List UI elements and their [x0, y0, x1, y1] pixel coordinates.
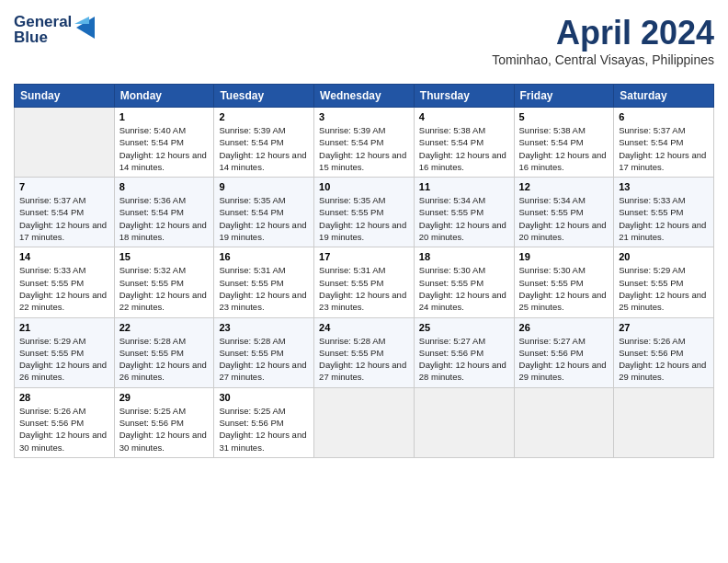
calendar-cell: 2Sunrise: 5:39 AMSunset: 5:54 PMDaylight… [214, 108, 314, 178]
day-number: 30 [219, 392, 309, 403]
day-info: Sunrise: 5:26 AMSunset: 5:56 PMDaylight:… [19, 405, 109, 454]
calendar-week-row: 14Sunrise: 5:33 AMSunset: 5:55 PMDayligh… [15, 247, 714, 317]
day-info: Sunrise: 5:27 AMSunset: 5:56 PMDaylight:… [519, 335, 609, 384]
day-info: Sunrise: 5:34 AMSunset: 5:55 PMDaylight:… [419, 194, 509, 243]
day-info: Sunrise: 5:40 AMSunset: 5:54 PMDaylight:… [119, 124, 210, 173]
calendar-cell: 30Sunrise: 5:25 AMSunset: 5:56 PMDayligh… [214, 387, 314, 457]
day-info: Sunrise: 5:35 AMSunset: 5:54 PMDaylight:… [219, 194, 309, 243]
day-number: 4 [419, 111, 509, 122]
calendar-cell [514, 387, 614, 457]
day-number: 9 [219, 181, 309, 192]
calendar-cell: 28Sunrise: 5:26 AMSunset: 5:56 PMDayligh… [15, 387, 115, 457]
title-block: April 2024 Tominhao, Central Visayas, Ph… [492, 14, 714, 67]
calendar-cell: 6Sunrise: 5:37 AMSunset: 5:54 PMDaylight… [614, 108, 714, 178]
weekday-header: Thursday [414, 85, 514, 108]
day-number: 26 [519, 322, 609, 333]
day-number: 17 [319, 251, 409, 262]
calendar-cell: 13Sunrise: 5:33 AMSunset: 5:55 PMDayligh… [614, 178, 714, 247]
day-number: 5 [519, 111, 609, 122]
day-info: Sunrise: 5:34 AMSunset: 5:55 PMDaylight:… [519, 194, 609, 243]
month-title: April 2024 [492, 14, 714, 52]
calendar-cell: 19Sunrise: 5:30 AMSunset: 5:55 PMDayligh… [514, 247, 614, 317]
day-number: 21 [19, 322, 109, 333]
day-info: Sunrise: 5:37 AMSunset: 5:54 PMDaylight:… [619, 124, 709, 173]
page-header: General Blue April 2024 Tominhao, Centra… [14, 14, 714, 75]
calendar-cell: 21Sunrise: 5:29 AMSunset: 5:55 PMDayligh… [15, 317, 115, 387]
day-info: Sunrise: 5:31 AMSunset: 5:55 PMDaylight:… [319, 264, 409, 313]
weekday-header-row: SundayMondayTuesdayWednesdayThursdayFrid… [15, 85, 714, 108]
calendar-week-row: 7Sunrise: 5:37 AMSunset: 5:54 PMDaylight… [15, 178, 714, 247]
calendar-cell: 1Sunrise: 5:40 AMSunset: 5:54 PMDaylight… [114, 108, 214, 178]
day-number: 19 [519, 251, 609, 262]
day-number: 28 [19, 392, 109, 403]
day-info: Sunrise: 5:37 AMSunset: 5:54 PMDaylight:… [19, 194, 109, 243]
logo-arrow [74, 15, 95, 44]
weekday-header: Saturday [614, 85, 714, 108]
day-number: 12 [519, 181, 609, 192]
day-info: Sunrise: 5:31 AMSunset: 5:55 PMDaylight:… [219, 264, 309, 313]
day-number: 15 [119, 251, 210, 262]
logo-general: General [14, 14, 72, 29]
calendar-cell: 29Sunrise: 5:25 AMSunset: 5:56 PMDayligh… [114, 387, 214, 457]
logo-blue: Blue [14, 29, 72, 45]
day-number: 24 [319, 322, 409, 333]
calendar-cell [314, 387, 415, 457]
day-info: Sunrise: 5:39 AMSunset: 5:54 PMDaylight:… [319, 124, 409, 173]
logo-arrow-icon [74, 15, 95, 40]
day-info: Sunrise: 5:28 AMSunset: 5:55 PMDaylight:… [219, 335, 309, 384]
day-number: 3 [319, 111, 409, 122]
calendar-cell: 15Sunrise: 5:32 AMSunset: 5:55 PMDayligh… [114, 247, 214, 317]
calendar-cell [414, 387, 514, 457]
logo-box: General Blue [14, 14, 95, 45]
day-info: Sunrise: 5:28 AMSunset: 5:55 PMDaylight:… [319, 335, 409, 384]
day-number: 7 [19, 181, 109, 192]
calendar-cell: 26Sunrise: 5:27 AMSunset: 5:56 PMDayligh… [514, 317, 614, 387]
calendar-cell: 8Sunrise: 5:36 AMSunset: 5:54 PMDaylight… [114, 178, 214, 247]
weekday-header: Tuesday [214, 85, 314, 108]
day-number: 20 [619, 251, 709, 262]
day-info: Sunrise: 5:30 AMSunset: 5:55 PMDaylight:… [519, 264, 609, 313]
day-number: 18 [419, 251, 509, 262]
calendar-cell: 18Sunrise: 5:30 AMSunset: 5:55 PMDayligh… [414, 247, 514, 317]
day-info: Sunrise: 5:29 AMSunset: 5:55 PMDaylight:… [619, 264, 709, 313]
calendar-cell: 25Sunrise: 5:27 AMSunset: 5:56 PMDayligh… [414, 317, 514, 387]
day-number: 14 [19, 251, 109, 262]
day-number: 29 [119, 392, 210, 403]
day-info: Sunrise: 5:32 AMSunset: 5:55 PMDaylight:… [119, 264, 210, 313]
day-number: 13 [619, 181, 709, 192]
location: Tominhao, Central Visayas, Philippines [492, 52, 714, 67]
day-info: Sunrise: 5:25 AMSunset: 5:56 PMDaylight:… [219, 405, 309, 454]
calendar-cell: 17Sunrise: 5:31 AMSunset: 5:55 PMDayligh… [314, 247, 415, 317]
calendar-cell: 9Sunrise: 5:35 AMSunset: 5:54 PMDaylight… [214, 178, 314, 247]
weekday-header: Sunday [15, 85, 115, 108]
day-info: Sunrise: 5:25 AMSunset: 5:56 PMDaylight:… [119, 405, 210, 454]
day-info: Sunrise: 5:27 AMSunset: 5:56 PMDaylight:… [419, 335, 509, 384]
day-info: Sunrise: 5:33 AMSunset: 5:55 PMDaylight:… [619, 194, 709, 243]
day-info: Sunrise: 5:38 AMSunset: 5:54 PMDaylight:… [419, 124, 509, 173]
day-number: 6 [619, 111, 709, 122]
day-number: 22 [119, 322, 210, 333]
calendar-cell [614, 387, 714, 457]
calendar-cell: 5Sunrise: 5:38 AMSunset: 5:54 PMDaylight… [514, 108, 614, 178]
calendar-cell: 7Sunrise: 5:37 AMSunset: 5:54 PMDaylight… [15, 178, 115, 247]
svg-marker-1 [74, 17, 89, 24]
calendar-cell [15, 108, 115, 178]
calendar-cell: 23Sunrise: 5:28 AMSunset: 5:55 PMDayligh… [214, 317, 314, 387]
calendar-cell: 24Sunrise: 5:28 AMSunset: 5:55 PMDayligh… [314, 317, 415, 387]
calendar-week-row: 28Sunrise: 5:26 AMSunset: 5:56 PMDayligh… [15, 387, 714, 457]
day-info: Sunrise: 5:29 AMSunset: 5:55 PMDaylight:… [19, 335, 109, 384]
day-number: 27 [619, 322, 709, 333]
day-info: Sunrise: 5:30 AMSunset: 5:55 PMDaylight:… [419, 264, 509, 313]
day-number: 8 [119, 181, 210, 192]
calendar-cell: 4Sunrise: 5:38 AMSunset: 5:54 PMDaylight… [414, 108, 514, 178]
calendar-cell: 20Sunrise: 5:29 AMSunset: 5:55 PMDayligh… [614, 247, 714, 317]
calendar-cell: 27Sunrise: 5:26 AMSunset: 5:56 PMDayligh… [614, 317, 714, 387]
calendar-cell: 12Sunrise: 5:34 AMSunset: 5:55 PMDayligh… [514, 178, 614, 247]
day-number: 2 [219, 111, 309, 122]
day-info: Sunrise: 5:28 AMSunset: 5:55 PMDaylight:… [119, 335, 210, 384]
weekday-header: Friday [514, 85, 614, 108]
day-number: 25 [419, 322, 509, 333]
logo: General Blue [14, 14, 95, 45]
calendar-table: SundayMondayTuesdayWednesdayThursdayFrid… [14, 84, 714, 458]
day-number: 11 [419, 181, 509, 192]
